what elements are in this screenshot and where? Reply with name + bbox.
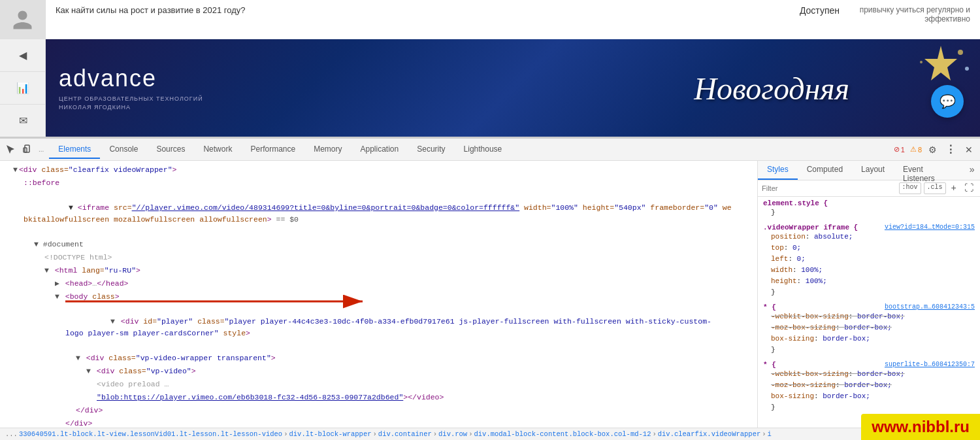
styles-panel: Styles Computed Layout Event Listeners »… <box>758 161 980 428</box>
more-icon[interactable]: ⋮ <box>943 142 958 158</box>
dom-panel-wrapper: ▼<div class="clearfix videoWrapper"> ::b… <box>0 161 758 428</box>
dom-line-before[interactable]: ::before <box>0 177 757 190</box>
dom-line-vp-video[interactable]: ▼ <div class="vp-video"> <box>0 365 757 378</box>
breadcrumb-item-7[interactable]: i <box>768 430 772 438</box>
banner-title: Новогодняя <box>694 71 849 107</box>
css-prop-height: height: 100%; <box>763 276 975 287</box>
tab-layout[interactable]: Layout <box>852 161 894 180</box>
svg-marker-0 <box>924 46 957 80</box>
inspect-icon[interactable] <box>3 142 19 158</box>
filter-hov[interactable]: :hov <box>899 182 921 194</box>
tab-lighthouse[interactable]: Lighthouse <box>455 141 512 159</box>
devtools-body: ▼<div class="clearfix videoWrapper"> ::b… <box>0 161 980 428</box>
breadcrumb-item-6[interactable]: div.clearfix.videoWrapper <box>658 430 761 438</box>
device-icon[interactable] <box>20 142 36 158</box>
styles-content: element.style { } .videoWrapper iframe {… <box>758 197 980 428</box>
css-prop-box-sizing-superlite: box-sizing: border-box; <box>763 391 975 402</box>
tab-application[interactable]: Application <box>351 141 408 159</box>
breadcrumb-item-4[interactable]: div.row <box>438 430 467 438</box>
dom-line-player-div[interactable]: ▼ <div id="player" class="player player-… <box>0 303 719 352</box>
chat-bubble-button[interactable]: 💬 <box>931 85 964 118</box>
css-source-superlite[interactable]: superlite-b…608412350:7 <box>885 361 975 368</box>
css-prop-width: width: 100%; <box>763 265 975 276</box>
breadcrumb-item-2[interactable]: div.lt-block-wrapper <box>289 430 371 438</box>
close-icon[interactable]: ✕ <box>961 142 977 158</box>
dom-line-iframe[interactable]: ▼ <iframe src="//player.vimeo.com/video/… <box>0 190 738 238</box>
settings-icon[interactable]: ⚙ <box>924 142 940 158</box>
post-title: Как найти силы на рост и развитие в 2021… <box>46 0 790 39</box>
site-content: Как найти силы на рост и развитие в 2021… <box>0 0 980 39</box>
svg-point-1 <box>958 50 963 55</box>
css-prop-left: left: 0; <box>763 254 975 265</box>
dom-panel[interactable]: ▼<div class="clearfix videoWrapper"> ::b… <box>0 161 758 428</box>
css-prop-webkit-superlite: -webkit-box-sizing: border-box; <box>763 369 975 380</box>
filter-bar: :hov .cls + ⛶ <box>758 180 980 197</box>
devtools-right-icons: ⊘ 1 ⚠ 8 ⚙ ⋮ ✕ <box>891 142 977 158</box>
css-prop-moz-superlite: -moz-box-sizing: border-box; <box>763 380 975 391</box>
warn-badge: ⚠ 8 <box>910 145 922 154</box>
svg-point-2 <box>965 67 969 71</box>
post-status: Доступен <box>790 0 849 39</box>
error-badge: ⊘ 1 <box>891 144 907 155</box>
dom-line-close2[interactable]: </div> <box>0 417 757 428</box>
breadcrumb-item-1[interactable]: 330640591.lt-block.lt-view.lessonVid01.l… <box>19 430 282 438</box>
filter-cls[interactable]: .cls <box>924 182 946 194</box>
tab-computed[interactable]: Computed <box>798 161 852 180</box>
tab-performance[interactable]: Performance <box>241 141 304 159</box>
devtools-left-icons: ... <box>3 142 44 158</box>
dom-line[interactable]: ▼<div class="clearfix videoWrapper"> <box>0 163 757 177</box>
tab-elements[interactable]: Elements <box>49 141 100 159</box>
dom-line-html[interactable]: ▼ <html lang="ru-RU"> <box>0 264 757 277</box>
tab-sources[interactable]: Sources <box>147 141 194 159</box>
css-source-bootstrap[interactable]: bootstrap.m…608412343:5 <box>885 303 975 311</box>
css-close-bootstrap: } <box>763 345 975 356</box>
dom-line-head[interactable]: ▶ <head>…</head> <box>0 277 757 290</box>
watermark: www.nibbl.ru <box>861 414 980 440</box>
svg-point-3 <box>920 61 923 63</box>
sidebar-icon-2[interactable]: 📊 <box>0 72 46 105</box>
breadcrumb-item-3[interactable]: div.container <box>378 430 432 438</box>
dom-line-vp-video-wrapper[interactable]: ▼ <div class="vp-video-wrapper transpare… <box>0 352 757 365</box>
devtools-panel: ... Elements Console Sources Network Per… <box>0 137 980 440</box>
banner-subtitle: ЦЕНТР ОБРАЗОВАТЕЛЬНЫХ ТЕХНОЛОГИЙНИКОЛАЯ … <box>59 95 203 111</box>
breadcrumb-bar: ... 330640591.lt-block.lt-view.lessonVid… <box>0 428 980 440</box>
dom-line-document[interactable]: ▼ #document <box>0 238 757 251</box>
tab-event-listeners[interactable]: Event Listeners <box>894 161 964 180</box>
css-prop-position: position: absolute; <box>763 231 975 243</box>
tab-memory[interactable]: Memory <box>304 141 351 159</box>
css-source-videowrapper[interactable]: view?id=184…tMode=0:315 <box>885 224 975 231</box>
website-area: Как найти силы на рост и развитие в 2021… <box>0 0 980 137</box>
expand-styles-button[interactable]: ⛶ <box>962 182 976 194</box>
devtools-toolbar: ... Elements Console Sources Network Per… <box>0 139 980 161</box>
tab-security[interactable]: Security <box>408 141 454 159</box>
add-style-button[interactable]: + <box>949 182 959 194</box>
css-selector-element-style: element.style { <box>763 199 975 207</box>
sidebar-icon-3[interactable]: ✉ <box>0 105 46 137</box>
css-prop-top: top: 0; <box>763 243 975 254</box>
devtools-tabs: Elements Console Sources Network Perform… <box>49 141 511 159</box>
dom-line-body[interactable]: ▼ <body class> <box>0 290 757 303</box>
user-avatar <box>0 0 46 39</box>
css-prop-webkit-bootstrap: -webkit-box-sizing: border-box; <box>763 311 975 322</box>
tab-network[interactable]: Network <box>194 141 241 159</box>
breadcrumb-ellipsis: ... <box>5 430 18 438</box>
css-selector-bootstrap: * { bootstrap.m…608412343:5 <box>763 303 975 311</box>
filter-input[interactable] <box>762 184 896 192</box>
css-close-superlite: } <box>763 402 975 413</box>
tab-styles[interactable]: Styles <box>758 161 798 180</box>
sidebar-icon-1[interactable]: ◀ <box>0 39 46 72</box>
dom-line-doctype[interactable]: <!DOCTYPE html> <box>0 251 757 264</box>
post-description: привычку учиться регулярно и эффективно <box>849 0 980 39</box>
dom-line-close1[interactable]: </div> <box>0 404 757 417</box>
css-rule-bootstrap: * { bootstrap.m…608412343:5 -webkit-box-… <box>763 303 975 356</box>
dom-line-video-preload[interactable]: <video preload … <box>0 378 757 391</box>
styles-tab-more[interactable]: » <box>964 161 980 180</box>
css-prop-box-sizing-bootstrap: box-sizing: border-box; <box>763 333 975 345</box>
advance-text: advance <box>59 65 203 92</box>
banner-logo: advance ЦЕНТР ОБРАЗОВАТЕЛЬНЫХ ТЕХНОЛОГИЙ… <box>46 52 216 124</box>
tab-console[interactable]: Console <box>100 141 147 159</box>
css-selector-videowrapper: .videoWrapper iframe { view?id=184…tMode… <box>763 224 975 231</box>
breadcrumb-item-5[interactable]: div.modal-block-content.block-box.col-md… <box>474 430 651 438</box>
filter-options: :hov .cls + ⛶ <box>899 182 976 194</box>
dom-line-blob[interactable]: "blob:https://player.vimeo.com/eb6b3018-… <box>0 391 757 404</box>
